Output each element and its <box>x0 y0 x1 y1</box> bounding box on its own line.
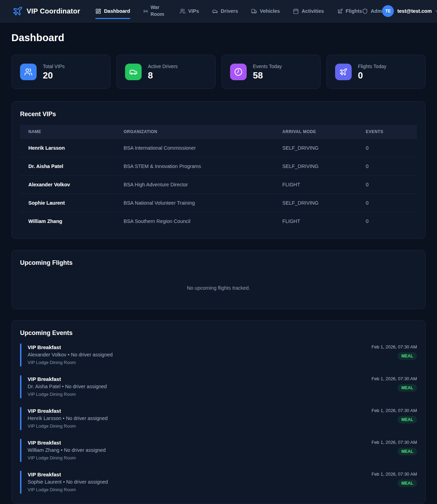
event-title: VIP Breakfast <box>28 440 106 446</box>
nav-label: Drivers <box>221 8 238 14</box>
car-icon <box>212 8 218 14</box>
stat-label: Flights Today <box>358 64 386 69</box>
event-subtitle: Alexander Volkov • No driver assigned <box>28 352 113 357</box>
vip-events-count: 0 <box>358 194 417 212</box>
nav-item-flights[interactable]: Flights <box>337 7 362 16</box>
event-datetime: Feb 1, 2026, 07:30 AM <box>371 344 417 349</box>
stat-card-events-today: Events Today 58 <box>221 55 321 89</box>
list-item[interactable]: VIP Breakfast Alexander Volkov • No driv… <box>20 344 417 366</box>
chevron-down-icon[interactable] <box>435 9 437 14</box>
event-meta: Feb 1, 2026, 07:30 AM MEAL <box>371 440 417 455</box>
vip-arrival-mode: SELF_DRIVING <box>274 157 357 176</box>
stat-text: Flights Today 0 <box>358 64 386 80</box>
nav-item-activities[interactable]: Activities <box>293 7 324 16</box>
user-email: test@test.com <box>397 8 432 14</box>
recent-vips-title: Recent VIPs <box>20 111 417 118</box>
users-icon <box>180 8 186 14</box>
upcoming-events-card: Upcoming Events VIP Breakfast Alexander … <box>11 320 426 504</box>
vip-arrival-mode: FLIGHT <box>274 212 357 231</box>
stat-card-active-drivers: Active Drivers 8 <box>116 55 216 89</box>
nav-label: Activities <box>302 8 324 14</box>
upcoming-flights-card: Upcoming Flights No upcoming flights tra… <box>11 250 426 309</box>
stat-value: 8 <box>148 71 178 80</box>
event-title: VIP Breakfast <box>28 472 108 477</box>
event-subtitle: Sophie Laurent • No driver assigned <box>28 479 108 485</box>
stats-grid: Total VIPs 20 Active Drivers 8 Events To… <box>11 55 426 89</box>
vip-events-count: 0 <box>358 212 417 231</box>
main-nav: Dashboard War Room VIPs Drivers Vehicles… <box>95 3 362 19</box>
vip-organization: BSA National Volunteer Training <box>115 194 274 212</box>
nav-label: Flights <box>346 8 362 14</box>
event-subtitle: Henrik Larsson • No driver assigned <box>28 416 108 421</box>
nav-item-drivers[interactable]: Drivers <box>212 7 238 16</box>
vip-events-count: 0 <box>358 139 417 157</box>
event-subtitle: Dr. Aisha Patel • No driver assigned <box>28 384 107 389</box>
event-location: VIP Lodge Dining Room <box>28 487 108 492</box>
event-location: VIP Lodge Dining Room <box>28 360 113 365</box>
stat-label: Active Drivers <box>148 64 178 69</box>
event-location: VIP Lodge Dining Room <box>28 392 107 397</box>
nav-item-vips[interactable]: VIPs <box>180 7 199 16</box>
clock-icon <box>230 64 247 80</box>
status-badge: MEAL <box>398 384 417 392</box>
table-header: NAME ORGANIZATION ARRIVAL MODE EVENTS <box>20 125 417 139</box>
vip-name: Sophie Laurent <box>20 194 115 212</box>
vip-name: Alexander Volkov <box>20 176 115 194</box>
list-item[interactable]: VIP Breakfast Sophie Laurent • No driver… <box>20 471 417 494</box>
vip-arrival-mode: SELF_DRIVING <box>274 194 357 212</box>
avatar[interactable]: TE <box>382 5 394 17</box>
stat-text: Total VIPs 20 <box>43 64 65 80</box>
table-row[interactable]: William Zhang BSA Southern Region Counci… <box>20 212 417 231</box>
vip-organization: BSA STEM & Innovation Programs <box>115 157 274 176</box>
event-location: VIP Lodge Dining Room <box>28 423 108 429</box>
stat-value: 20 <box>43 71 65 80</box>
status-badge: MEAL <box>398 479 417 487</box>
event-info: VIP Breakfast Dr. Aisha Patel • No drive… <box>28 376 107 397</box>
status-badge: MEAL <box>398 416 417 423</box>
table-row[interactable]: Sophie Laurent BSA National Volunteer Tr… <box>20 194 417 212</box>
brand: VIP Coordinator <box>12 6 80 16</box>
stat-value: 0 <box>358 71 386 80</box>
car-icon <box>125 64 142 80</box>
upcoming-events-title: Upcoming Events <box>20 329 417 337</box>
plane-icon <box>337 8 343 14</box>
vip-organization: BSA High Adventure Director <box>115 176 274 194</box>
list-item[interactable]: VIP Breakfast William Zhang • No driver … <box>20 439 417 462</box>
page-title: Dashboard <box>11 32 426 44</box>
vip-arrival-mode: FLIGHT <box>274 176 357 194</box>
nav-item-dashboard[interactable]: Dashboard <box>95 7 130 16</box>
empty-flights-message: No upcoming flights tracked. <box>20 273 417 300</box>
event-meta: Feb 1, 2026, 07:30 AM MEAL <box>371 344 417 360</box>
stat-card-flights-today: Flights Today 0 <box>326 55 426 89</box>
radio-icon <box>143 9 148 13</box>
stat-value: 58 <box>253 71 282 80</box>
table-row[interactable]: Henrik Larsson BSA International Commiss… <box>20 139 417 157</box>
event-subtitle: William Zhang • No driver assigned <box>28 447 106 453</box>
vip-arrival-mode: SELF_DRIVING <box>274 139 357 157</box>
event-meta: Feb 1, 2026, 07:30 AM MEAL <box>371 408 417 423</box>
stat-text: Active Drivers 8 <box>148 64 178 80</box>
top-navigation-bar: VIP Coordinator Dashboard War Room VIPs … <box>0 0 437 22</box>
user-area: Admin TE test@test.com <box>362 5 437 17</box>
truck-icon <box>251 8 257 14</box>
nav-item-vehicles[interactable]: Vehicles <box>251 7 280 16</box>
list-item[interactable]: VIP Breakfast Dr. Aisha Patel • No drive… <box>20 375 417 398</box>
layout-dashboard-icon <box>95 8 101 14</box>
plane-logo-icon <box>12 6 23 16</box>
nav-label: Dashboard <box>104 8 130 14</box>
event-info: VIP Breakfast Henrik Larsson • No driver… <box>28 408 108 429</box>
list-item[interactable]: VIP Breakfast Henrik Larsson • No driver… <box>20 407 417 430</box>
column-header-events: EVENTS <box>358 125 417 139</box>
table-row[interactable]: Alexander Volkov BSA High Adventure Dire… <box>20 176 417 194</box>
vip-organization: BSA Southern Region Council <box>115 212 274 231</box>
stat-text: Events Today 58 <box>253 64 282 80</box>
table-row[interactable]: Dr. Aisha Patel BSA STEM & Innovation Pr… <box>20 157 417 176</box>
nav-item-war-room[interactable]: War Room <box>143 3 167 19</box>
main-content: Dashboard Total VIPs 20 Active Drivers 8 <box>0 22 437 504</box>
vip-events-count: 0 <box>358 157 417 176</box>
recent-vips-card: Recent VIPs NAME ORGANIZATION ARRIVAL MO… <box>11 101 426 239</box>
event-title: VIP Breakfast <box>28 344 113 350</box>
vip-name: Dr. Aisha Patel <box>20 157 115 176</box>
calendar-icon <box>293 8 299 14</box>
nav-label: War Room <box>151 4 167 18</box>
